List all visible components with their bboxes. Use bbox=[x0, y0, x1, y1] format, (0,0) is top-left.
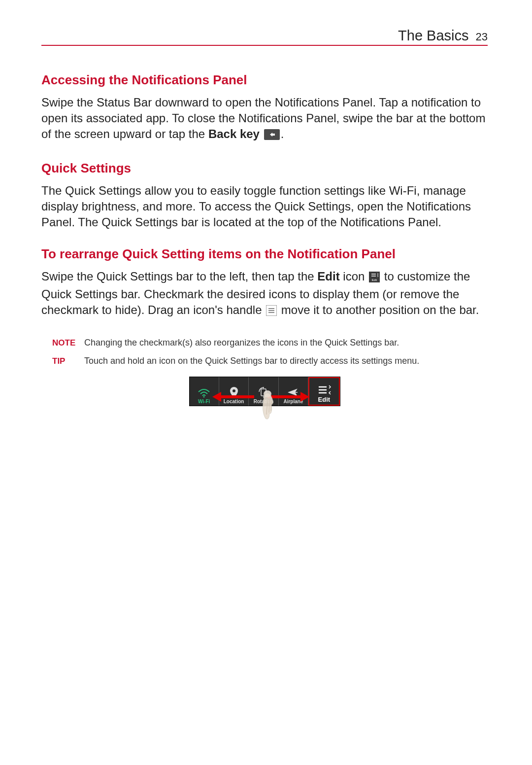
edit-icon: Edit bbox=[369, 271, 380, 286]
note-row: NOTE Changing the checkmark(s) also reor… bbox=[52, 337, 488, 349]
qs-item-label: Wi-Fi bbox=[198, 399, 210, 404]
quick-settings-figure: Wi-Fi Location bbox=[41, 377, 488, 406]
wifi-icon bbox=[198, 388, 210, 398]
tip-label: TIP bbox=[52, 356, 84, 366]
back-key-icon bbox=[264, 128, 280, 144]
paragraph-quick-settings: The Quick Settings allow you to easily t… bbox=[41, 183, 488, 230]
paragraph-accessing-notifications: Swipe the Status Bar downward to open th… bbox=[41, 95, 488, 144]
tip-row: TIP Touch and hold an icon on the Quick … bbox=[52, 355, 488, 367]
heading-quick-settings: Quick Settings bbox=[41, 161, 488, 176]
tip-text: Touch and hold an icon on the Quick Sett… bbox=[84, 355, 488, 367]
qs-item-airplane: Airplane bbox=[279, 377, 308, 406]
note-label: NOTE bbox=[52, 338, 84, 348]
rotation-icon bbox=[258, 387, 269, 398]
qs-item-location: Location bbox=[219, 377, 249, 406]
qs-item-label: Rotation bbox=[254, 399, 274, 404]
quick-settings-bar: Wi-Fi Location bbox=[189, 377, 340, 406]
svg-point-9 bbox=[203, 396, 205, 397]
back-key-label: Back key bbox=[208, 127, 260, 140]
qs-item-edit: Edit bbox=[308, 377, 339, 406]
note-text: Changing the checkmark(s) also reorganiz… bbox=[84, 337, 488, 349]
heading-accessing-notifications: Accessing the Notifications Panel bbox=[41, 72, 488, 88]
airplane-icon bbox=[288, 387, 299, 398]
text-fragment: move it to another position on the bar. bbox=[281, 303, 479, 316]
manual-page: The Basics 23 Accessing the Notification… bbox=[0, 0, 532, 406]
qs-item-label: Location bbox=[224, 399, 244, 404]
svg-point-10 bbox=[233, 389, 235, 392]
chapter-title: The Basics bbox=[398, 28, 468, 44]
text-fragment: Swipe the Quick Settings bar to the left… bbox=[41, 270, 317, 283]
qs-item-label: Edit bbox=[318, 396, 331, 403]
edit-label: Edit bbox=[317, 270, 339, 283]
svg-text:Edit: Edit bbox=[372, 278, 377, 281]
text-fragment: icon bbox=[340, 270, 368, 283]
qs-item-label: Airplane bbox=[283, 399, 303, 404]
svg-rect-11 bbox=[261, 389, 266, 396]
drag-handle-icon bbox=[266, 304, 277, 320]
location-icon bbox=[229, 387, 239, 398]
page-number: 23 bbox=[476, 31, 488, 43]
qs-item-rotation: Rotation bbox=[249, 377, 278, 406]
text-fragment: . bbox=[281, 127, 284, 140]
page-header: The Basics 23 bbox=[41, 28, 488, 46]
heading-rearrange-quick-settings: To rearrange Quick Setting items on the … bbox=[41, 246, 488, 262]
edit-list-icon bbox=[317, 385, 331, 395]
qs-item-wifi: Wi-Fi bbox=[190, 377, 219, 406]
paragraph-rearrange-quick-settings: Swipe the Quick Settings bar to the left… bbox=[41, 269, 488, 320]
